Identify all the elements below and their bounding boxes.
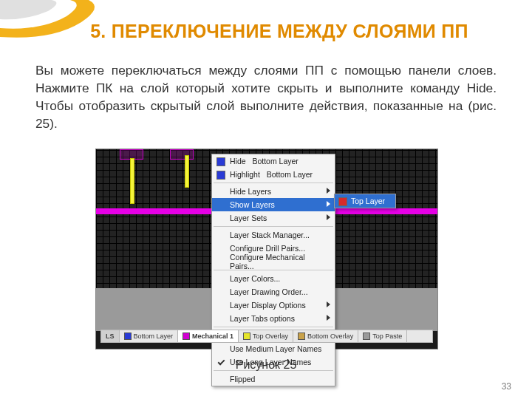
tab-top-overlay[interactable]: Top Overlay [239, 330, 293, 342]
slide-title: 5. ПЕРЕКЛЮЧЕНИЕ МЕЖДУ СЛОЯМИ ПП [56, 21, 502, 42]
menu-medium-names[interactable]: Use Medium Layer Names [212, 342, 335, 355]
figure-25: Hide Bottom Layer Highlight Bottom Layer… [96, 149, 437, 349]
menu-highlight[interactable]: Highlight Bottom Layer [212, 168, 335, 181]
tab-label: Bottom Layer [134, 332, 174, 340]
slide: 5. ПЕРЕКЛЮЧЕНИЕ МЕЖДУ СЛОЯМИ ПП Вы может… [0, 0, 532, 399]
menu-display-options[interactable]: Layer Display Options [212, 299, 335, 312]
tab-bottom-overlay[interactable]: Bottom Overlay [293, 330, 358, 342]
tab-label: LS [106, 332, 115, 340]
menu-layer-stack[interactable]: Layer Stack Manager... [212, 228, 335, 242]
menu-label: Layer Tabs options [230, 314, 295, 323]
swatch-icon [363, 332, 370, 340]
body-text: Вы можете переключаться между слоями ПП … [35, 62, 497, 132]
tab-top-paste[interactable]: Top Paste [358, 330, 407, 342]
menu-label: Flipped [230, 375, 255, 383]
menu-label: Layer Sets [230, 214, 267, 222]
menu-tab-options[interactable]: Layer Tabs options [212, 312, 335, 325]
menu-label: Highlight [230, 170, 260, 179]
menu-label: Configure Mechanical Pairs... [230, 253, 323, 270]
submenu-top-layer[interactable]: Top Layer [335, 194, 395, 208]
menu-label: Layer Colors... [230, 274, 280, 283]
show-layers-submenu: Top Layer [334, 194, 396, 208]
submenu-arrow-icon [327, 188, 330, 194]
menu-mech-pairs[interactable]: Configure Mechanical Pairs... [212, 255, 335, 268]
menu-hide-layers[interactable]: Hide Layers [212, 185, 335, 198]
pcb-trace [130, 158, 134, 204]
menu-separator [214, 226, 333, 227]
submenu-arrow-icon [327, 315, 330, 321]
layer-context-menu: Hide Bottom Layer Highlight Bottom Layer… [211, 154, 335, 386]
menu-label: Layer Display Options [230, 301, 306, 310]
swatch-icon [298, 332, 305, 340]
tab-mechanical-1[interactable]: Mechanical 1 [178, 330, 239, 342]
menu-label: Layer Drawing Order... [230, 287, 308, 296]
cad-screenshot: Hide Bottom Layer Highlight Bottom Layer… [96, 149, 437, 349]
menu-drawing-order[interactable]: Layer Drawing Order... [212, 285, 335, 299]
menu-label: Top Layer [351, 197, 385, 205]
tab-label: Top Overlay [253, 332, 288, 340]
swatch-icon [216, 157, 225, 166]
menu-label: Hide Layers [230, 187, 271, 196]
menu-label: Layer Stack Manager... [230, 231, 310, 239]
menu-show-layers[interactable]: Show Layers [212, 198, 335, 211]
pcb-pad [170, 149, 194, 160]
menu-sublabel: Bottom Layer [252, 157, 298, 166]
menu-label: Hide [230, 157, 246, 166]
swatch-icon [243, 332, 250, 340]
menu-separator [214, 183, 333, 183]
submenu-arrow-icon [327, 301, 330, 307]
swatch-icon [338, 197, 347, 206]
menu-hide[interactable]: Hide Bottom Layer [212, 154, 335, 168]
menu-layer-colors[interactable]: Layer Colors... [212, 272, 335, 285]
swatch-icon [124, 332, 132, 340]
tab-ls[interactable]: LS [101, 330, 120, 342]
menu-separator [214, 270, 333, 270]
menu-label: Show Layers [230, 200, 275, 209]
submenu-arrow-icon [327, 201, 330, 207]
layer-tab-bar: LS Bottom Layer Mechanical 1 Top Overlay… [100, 330, 433, 343]
menu-flipped[interactable]: Flipped [212, 372, 335, 386]
menu-separator [214, 327, 333, 327]
tab-label: Top Paste [372, 332, 402, 340]
menu-label: Use Medium Layer Names [230, 344, 321, 353]
tab-label: Bottom Overlay [307, 332, 353, 340]
page-number: 33 [502, 381, 511, 392]
menu-label: Configure Drill Pairs... [230, 244, 305, 253]
pcb-trace [185, 155, 189, 188]
swatch-icon [216, 171, 225, 180]
menu-sublabel: Bottom Layer [267, 170, 313, 179]
figure-caption: Рисунок 25 [0, 358, 532, 372]
tab-bottom-layer[interactable]: Bottom Layer [120, 330, 179, 342]
menu-layer-sets[interactable]: Layer Sets [212, 211, 335, 225]
tab-label: Mechanical 1 [192, 332, 233, 340]
submenu-arrow-icon [327, 214, 330, 220]
swatch-icon [183, 332, 190, 340]
